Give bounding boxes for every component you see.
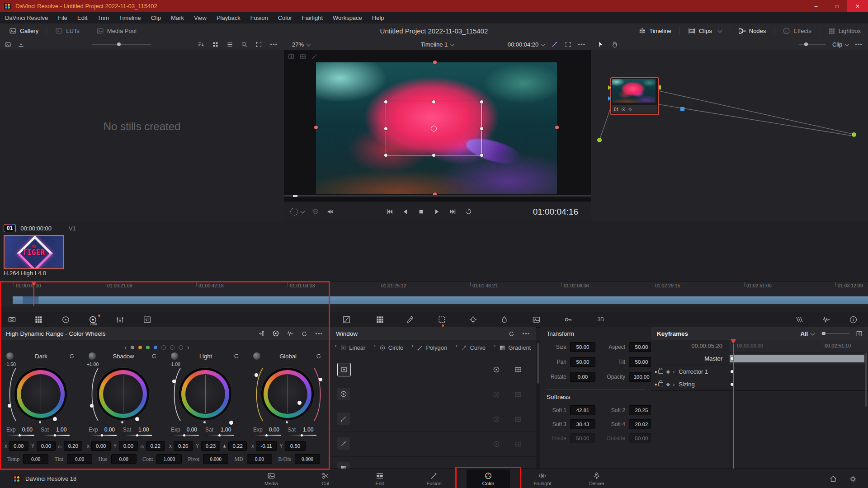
page-button-cut[interactable]: Cut [304, 469, 347, 488]
master-keyframe-bar[interactable] [730, 355, 864, 362]
color-match-icon[interactable] [34, 315, 45, 324]
pan-field[interactable]: 50.00 [570, 357, 595, 367]
reset-icon[interactable] [69, 353, 75, 359]
more-options-icon[interactable]: ••• [270, 41, 278, 48]
exp-bar[interactable] [252, 435, 281, 436]
more-options-icon[interactable]: ••• [855, 41, 863, 48]
y-field[interactable]: 0.00 [119, 441, 138, 451]
expand-icon[interactable] [255, 41, 262, 48]
media-pool-toggle[interactable]: Media Pool [94, 27, 139, 35]
y-field[interactable]: 0.50 [285, 441, 306, 451]
color-wheels-icon[interactable] [61, 315, 72, 324]
mask-icon[interactable] [514, 391, 522, 398]
size-field[interactable]: 50.00 [570, 342, 595, 352]
field-value[interactable]: 0.00 [67, 454, 92, 464]
menu-item[interactable]: Workspace [328, 14, 367, 21]
keyframes-row-corrector1[interactable]: ● ◆ › Corrector 1 [651, 366, 729, 378]
stereo-3d-icon[interactable]: 3D [595, 316, 606, 323]
layers-icon[interactable] [311, 208, 319, 216]
menu-item[interactable]: Color [273, 14, 297, 21]
field-value[interactable]: 0.00 [247, 454, 272, 464]
alpha-output-square[interactable] [680, 107, 684, 111]
tracker-icon[interactable] [469, 315, 480, 324]
window-tool-polygon[interactable]: Polygon [411, 344, 447, 352]
hand-tool-icon[interactable] [611, 41, 618, 48]
menu-item[interactable]: Playback [212, 14, 245, 21]
wheel-disc[interactable] [103, 374, 143, 414]
wheel-disc[interactable] [185, 374, 225, 414]
edge-handle[interactable] [433, 61, 437, 64]
rgb-mixer-icon[interactable] [116, 315, 127, 324]
hdr-wheels-icon[interactable]: HDR [89, 315, 99, 324]
window-tool-circle[interactable]: Circle [373, 344, 403, 352]
thumb-size-slider[interactable] [92, 44, 151, 45]
x-field[interactable]: 0.00 [91, 441, 111, 451]
menu-item[interactable]: View [189, 14, 212, 21]
motion-effects-icon[interactable] [143, 315, 154, 324]
menu-item[interactable]: Trim [93, 14, 114, 21]
window-tool-curve[interactable]: Curve [455, 344, 486, 352]
wheel-arc-slider[interactable] [313, 366, 325, 423]
page-button-fairlight[interactable]: Fairlight [521, 469, 564, 488]
project-manager-icon[interactable] [829, 475, 837, 483]
soft4-field[interactable]: 20.02 [629, 419, 654, 429]
info-icon[interactable] [849, 315, 860, 324]
keyframes-row-master[interactable]: Master [651, 352, 729, 365]
gradient-shape-icon[interactable] [337, 462, 350, 469]
transform-overlay-rect[interactable] [386, 102, 482, 155]
tilt-field[interactable]: 50.00 [629, 357, 654, 367]
exp-value[interactable]: 0.00 [187, 427, 197, 433]
grab-still-icon[interactable] [18, 41, 24, 48]
sat-value[interactable]: 1.00 [303, 427, 313, 433]
sat-value[interactable]: 1.00 [56, 427, 66, 433]
circle-shape-icon[interactable] [337, 388, 350, 400]
reset-icon[interactable] [233, 353, 240, 359]
list-view-icon[interactable] [226, 41, 233, 48]
x-field[interactable]: 0.00 [9, 441, 28, 451]
lock-icon[interactable] [658, 382, 663, 386]
invert-icon[interactable] [493, 416, 500, 423]
video-track-bar[interactable] [13, 296, 868, 304]
window-tool-linear[interactable]: Linear [335, 344, 365, 352]
node-zoom-slider[interactable] [799, 44, 826, 45]
menu-item[interactable]: Timeline [114, 14, 146, 21]
clip-thumbnail[interactable]: MR TIGER [4, 235, 64, 269]
loop-button[interactable] [465, 208, 472, 216]
window-shape-row[interactable] [330, 407, 536, 432]
highlight-icon[interactable] [311, 53, 318, 60]
soft1-field[interactable]: 42.81 [570, 405, 595, 415]
color-warper-icon[interactable] [376, 315, 387, 324]
page-button-edit[interactable]: Edit [358, 469, 401, 488]
luts-toggle[interactable]: LUTs [52, 27, 82, 35]
exp-bar[interactable] [5, 435, 34, 436]
maximize-button[interactable]: □ [826, 0, 847, 12]
skip-forward-button[interactable] [449, 208, 457, 216]
video-frame[interactable] [316, 62, 557, 194]
soft2-field[interactable]: 20.25 [629, 405, 654, 415]
enable-dot-icon[interactable]: ● [655, 370, 657, 374]
x-field[interactable]: -0.11 [256, 441, 277, 451]
edge-handle[interactable] [314, 126, 318, 129]
collapse-panel-icon[interactable] [856, 330, 863, 337]
gallery-toggle[interactable]: Gallery [6, 27, 41, 35]
wheel-indicator-dot[interactable] [297, 401, 302, 405]
menu-item[interactable]: Help [367, 14, 389, 21]
settings-gear-icon[interactable] [849, 475, 857, 483]
sat-value[interactable]: 1.00 [138, 427, 149, 433]
wheel-indicator-dot[interactable] [229, 421, 233, 425]
speaker-icon[interactable] [326, 208, 334, 216]
magic-mask-icon[interactable] [500, 315, 511, 324]
sat-bar[interactable] [205, 435, 234, 436]
play-button[interactable] [433, 208, 441, 216]
node-output-dot[interactable] [852, 132, 856, 137]
overlay-center-handle[interactable] [431, 126, 437, 131]
keyframes-zoom-slider[interactable] [821, 333, 849, 334]
curves-icon[interactable] [342, 315, 353, 324]
onion-skin-select[interactable] [290, 208, 304, 216]
menu-item[interactable]: Edit [72, 14, 92, 21]
reset-icon[interactable] [301, 330, 308, 337]
field-value[interactable]: 1.000 [156, 454, 182, 464]
timeline-toggle[interactable]: Timeline [636, 27, 674, 35]
rotate-field[interactable]: 0.00 [570, 372, 595, 382]
page-button-media[interactable]: Media [250, 469, 293, 488]
